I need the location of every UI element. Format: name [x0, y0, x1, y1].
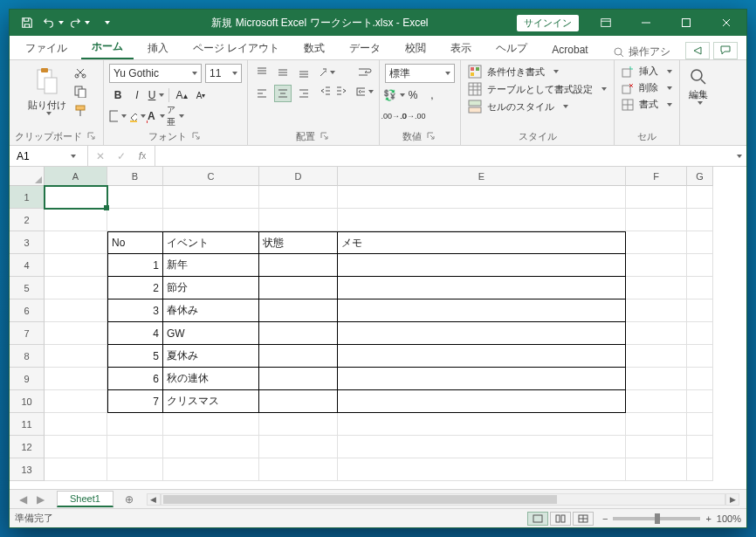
col-header-F[interactable]: F	[626, 167, 687, 186]
cell-E10[interactable]	[338, 390, 626, 413]
cell-F2[interactable]	[626, 209, 687, 231]
format-cells-button[interactable]: 書式	[620, 97, 674, 112]
cell-F11[interactable]	[626, 413, 687, 436]
delete-cells-button[interactable]: 削除	[620, 80, 674, 95]
copy-icon[interactable]	[72, 83, 89, 100]
cell-C4[interactable]: 新年	[163, 254, 259, 277]
phonetic-button[interactable]: ア亜	[167, 107, 184, 125]
tab-file[interactable]: ファイル	[15, 38, 78, 59]
cell-B8[interactable]: 5	[107, 345, 163, 368]
align-top-button[interactable]	[253, 64, 271, 81]
row-header-1[interactable]: 1	[10, 186, 45, 209]
redo-icon[interactable]	[67, 12, 92, 33]
cell-B11[interactable]	[107, 413, 163, 436]
minimize-button[interactable]	[626, 10, 666, 36]
cell-A5[interactable]	[45, 277, 107, 299]
align-left-button[interactable]	[253, 85, 271, 102]
prev-sheet-icon[interactable]: ◀	[15, 492, 31, 507]
cell-G13[interactable]	[687, 458, 713, 481]
cell-F12[interactable]	[626, 436, 687, 458]
align-middle-button[interactable]	[274, 64, 292, 81]
expand-formula-bar-icon[interactable]	[729, 155, 746, 158]
cell-D8[interactable]	[259, 345, 338, 368]
cell-C12[interactable]	[163, 436, 259, 458]
format-as-table-button[interactable]: テーブルとして書式設定	[466, 81, 608, 97]
save-icon[interactable]	[15, 12, 39, 33]
cell-F8[interactable]	[626, 345, 687, 368]
find-select-button[interactable]: 編集	[685, 64, 711, 108]
cell-G8[interactable]	[687, 345, 713, 368]
cell-D4[interactable]	[259, 254, 338, 277]
row-header-2[interactable]: 2	[10, 209, 45, 231]
cell-F1[interactable]	[626, 186, 687, 209]
cell-E6[interactable]	[338, 299, 626, 322]
align-right-button[interactable]	[295, 85, 313, 102]
cell-G4[interactable]	[687, 254, 713, 277]
comma-button[interactable]: ,	[423, 86, 441, 104]
cell-G11[interactable]	[687, 413, 713, 436]
row-header-5[interactable]: 5	[10, 277, 45, 299]
cell-B9[interactable]: 6	[107, 368, 163, 390]
formula-input[interactable]	[155, 150, 729, 162]
cell-G7[interactable]	[687, 322, 713, 345]
wrap-text-button[interactable]	[356, 64, 374, 81]
cell-G12[interactable]	[687, 436, 713, 458]
underline-button[interactable]: U	[148, 86, 165, 104]
cell-D1[interactable]	[259, 186, 338, 209]
row-header-8[interactable]: 8	[10, 345, 45, 368]
cell-G3[interactable]	[687, 231, 713, 254]
page-layout-view-button[interactable]	[550, 512, 571, 526]
cell-C1[interactable]	[163, 186, 259, 209]
cell-C10[interactable]: クリスマス	[163, 390, 259, 413]
align-bottom-button[interactable]	[295, 64, 313, 81]
row-header-13[interactable]: 13	[10, 458, 45, 481]
cell-B6[interactable]: 3	[107, 299, 163, 322]
cell-F7[interactable]	[626, 322, 687, 345]
zoom-in-button[interactable]: +	[705, 513, 711, 524]
cell-D3[interactable]: 状態	[259, 231, 338, 254]
maximize-button[interactable]	[666, 10, 706, 36]
font-size-select[interactable]: 11	[205, 64, 242, 83]
cell-F5[interactable]	[626, 277, 687, 299]
normal-view-button[interactable]	[527, 512, 548, 526]
col-header-A[interactable]: A	[45, 167, 107, 186]
cell-E8[interactable]	[338, 345, 626, 368]
row-header-9[interactable]: 9	[10, 368, 45, 390]
cell-F10[interactable]	[626, 390, 687, 413]
tab-data[interactable]: データ	[339, 38, 391, 59]
cell-B4[interactable]: 1	[107, 254, 163, 277]
col-header-C[interactable]: C	[163, 167, 259, 186]
cell-D10[interactable]	[259, 390, 338, 413]
name-box[interactable]	[10, 146, 88, 166]
cell-C11[interactable]	[163, 413, 259, 436]
comments-button[interactable]	[713, 42, 738, 59]
cell-B12[interactable]	[107, 436, 163, 458]
cell-B2[interactable]	[107, 209, 163, 231]
cell-A4[interactable]	[45, 254, 107, 277]
close-button[interactable]	[706, 10, 746, 36]
col-header-D[interactable]: D	[259, 167, 338, 186]
cell-G9[interactable]	[687, 368, 713, 390]
cell-A12[interactable]	[45, 436, 107, 458]
cell-C3[interactable]: イベント	[163, 231, 259, 254]
cell-D2[interactable]	[259, 209, 338, 231]
cell-E11[interactable]	[338, 413, 626, 436]
select-all-corner[interactable]	[10, 167, 45, 186]
signin-button[interactable]: サインイン	[517, 15, 579, 31]
cell-E4[interactable]	[338, 254, 626, 277]
cell-E5[interactable]	[338, 277, 626, 299]
cut-icon[interactable]	[72, 64, 89, 81]
number-launcher-icon[interactable]	[427, 132, 437, 142]
row-header-7[interactable]: 7	[10, 322, 45, 345]
cell-D12[interactable]	[259, 436, 338, 458]
cell-A11[interactable]	[45, 413, 107, 436]
percent-button[interactable]: %	[404, 86, 422, 104]
cell-D13[interactable]	[259, 458, 338, 481]
conditional-formatting-button[interactable]: 条件付き書式	[466, 64, 560, 79]
cell-C2[interactable]	[163, 209, 259, 231]
cell-G6[interactable]	[687, 299, 713, 322]
cell-A8[interactable]	[45, 345, 107, 368]
font-launcher-icon[interactable]	[192, 132, 203, 142]
enter-formula-icon[interactable]: ✓	[113, 148, 130, 165]
cell-styles-button[interactable]: セルのスタイル	[466, 99, 570, 114]
